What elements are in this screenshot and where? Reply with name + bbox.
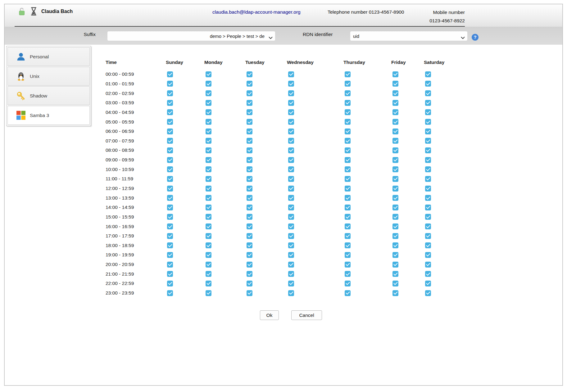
hour-checkbox[interactable] xyxy=(392,128,398,134)
hour-checkbox[interactable] xyxy=(288,242,294,248)
hour-checkbox[interactable] xyxy=(288,147,294,153)
hour-checkbox[interactable] xyxy=(288,195,294,201)
hour-checkbox[interactable] xyxy=(425,271,431,277)
hour-checkbox[interactable] xyxy=(167,128,173,134)
hour-checkbox[interactable] xyxy=(392,223,398,229)
hour-checkbox[interactable] xyxy=(206,290,211,296)
hour-checkbox[interactable] xyxy=(392,242,398,248)
hour-checkbox[interactable] xyxy=(345,119,351,125)
hour-checkbox[interactable] xyxy=(167,100,173,106)
hour-checkbox[interactable] xyxy=(425,166,431,172)
ok-button[interactable]: Ok xyxy=(260,310,279,320)
hour-checkbox[interactable] xyxy=(425,290,431,296)
hour-checkbox[interactable] xyxy=(247,233,252,239)
hour-checkbox[interactable] xyxy=(425,138,431,144)
hour-checkbox[interactable] xyxy=(345,252,351,258)
cancel-button[interactable]: Cancel xyxy=(291,310,322,320)
hour-checkbox[interactable] xyxy=(425,242,431,248)
hour-checkbox[interactable] xyxy=(288,281,294,286)
hour-checkbox[interactable] xyxy=(206,195,211,201)
hour-checkbox[interactable] xyxy=(392,176,398,182)
hour-checkbox[interactable] xyxy=(425,233,431,239)
hour-checkbox[interactable] xyxy=(206,233,211,239)
hour-checkbox[interactable] xyxy=(288,71,294,77)
hour-checkbox[interactable] xyxy=(345,100,351,106)
hour-checkbox[interactable] xyxy=(345,223,351,229)
hour-checkbox[interactable] xyxy=(425,109,431,115)
hour-checkbox[interactable] xyxy=(206,186,211,191)
hour-checkbox[interactable] xyxy=(247,186,252,191)
hour-checkbox[interactable] xyxy=(345,128,351,134)
hour-checkbox[interactable] xyxy=(206,262,211,268)
hour-checkbox[interactable] xyxy=(206,90,211,96)
hour-checkbox[interactable] xyxy=(288,205,294,210)
hour-checkbox[interactable] xyxy=(247,176,252,182)
hour-checkbox[interactable] xyxy=(206,166,211,172)
hour-checkbox[interactable] xyxy=(288,119,294,125)
hour-checkbox[interactable] xyxy=(167,262,173,268)
hour-checkbox[interactable] xyxy=(288,166,294,172)
hour-checkbox[interactable] xyxy=(425,81,431,87)
hour-checkbox[interactable] xyxy=(425,100,431,106)
hour-checkbox[interactable] xyxy=(288,223,294,229)
hour-checkbox[interactable] xyxy=(345,157,351,163)
hour-checkbox[interactable] xyxy=(247,119,252,125)
hour-checkbox[interactable] xyxy=(392,281,398,286)
hour-checkbox[interactable] xyxy=(288,109,294,115)
hour-checkbox[interactable] xyxy=(167,147,173,153)
hour-checkbox[interactable] xyxy=(345,214,351,220)
hour-checkbox[interactable] xyxy=(247,71,252,77)
hour-checkbox[interactable] xyxy=(167,119,173,125)
hour-checkbox[interactable] xyxy=(247,262,252,268)
hour-checkbox[interactable] xyxy=(392,262,398,268)
hour-checkbox[interactable] xyxy=(206,119,211,125)
hour-checkbox[interactable] xyxy=(247,223,252,229)
hour-checkbox[interactable] xyxy=(206,128,211,134)
hour-checkbox[interactable] xyxy=(392,186,398,191)
hour-checkbox[interactable] xyxy=(345,71,351,77)
hour-checkbox[interactable] xyxy=(288,186,294,191)
hour-checkbox[interactable] xyxy=(345,166,351,172)
hour-checkbox[interactable] xyxy=(288,138,294,144)
hour-checkbox[interactable] xyxy=(288,271,294,277)
hour-checkbox[interactable] xyxy=(425,214,431,220)
sidebar-item-samba3[interactable]: Samba 3 xyxy=(7,106,90,125)
hour-checkbox[interactable] xyxy=(392,205,398,210)
hour-checkbox[interactable] xyxy=(288,90,294,96)
hour-checkbox[interactable] xyxy=(392,119,398,125)
hour-checkbox[interactable] xyxy=(167,271,173,277)
hour-checkbox[interactable] xyxy=(206,281,211,286)
hour-checkbox[interactable] xyxy=(345,271,351,277)
hour-checkbox[interactable] xyxy=(167,157,173,163)
sidebar-item-personal[interactable]: Personal xyxy=(7,47,90,66)
hour-checkbox[interactable] xyxy=(345,138,351,144)
user-email-link[interactable]: claudia.bach@ldap-account-manager.org xyxy=(212,9,301,15)
hour-checkbox[interactable] xyxy=(345,242,351,248)
hour-checkbox[interactable] xyxy=(345,262,351,268)
hour-checkbox[interactable] xyxy=(425,147,431,153)
hour-checkbox[interactable] xyxy=(392,147,398,153)
hour-checkbox[interactable] xyxy=(167,186,173,191)
hour-checkbox[interactable] xyxy=(167,166,173,172)
hour-checkbox[interactable] xyxy=(206,109,211,115)
hour-checkbox[interactable] xyxy=(167,214,173,220)
hour-checkbox[interactable] xyxy=(392,109,398,115)
hour-checkbox[interactable] xyxy=(206,147,211,153)
hour-checkbox[interactable] xyxy=(425,252,431,258)
hour-checkbox[interactable] xyxy=(392,271,398,277)
hour-checkbox[interactable] xyxy=(206,138,211,144)
hour-checkbox[interactable] xyxy=(167,71,173,77)
hour-checkbox[interactable] xyxy=(247,166,252,172)
hour-checkbox[interactable] xyxy=(345,281,351,286)
hour-checkbox[interactable] xyxy=(425,157,431,163)
hour-checkbox[interactable] xyxy=(425,176,431,182)
hour-checkbox[interactable] xyxy=(206,271,211,277)
hour-checkbox[interactable] xyxy=(345,290,351,296)
hour-checkbox[interactable] xyxy=(288,290,294,296)
hour-checkbox[interactable] xyxy=(288,176,294,182)
hour-checkbox[interactable] xyxy=(425,195,431,201)
hour-checkbox[interactable] xyxy=(167,290,173,296)
suffix-select[interactable]: demo > People > test > de xyxy=(107,31,275,41)
hour-checkbox[interactable] xyxy=(206,100,211,106)
hour-checkbox[interactable] xyxy=(345,233,351,239)
